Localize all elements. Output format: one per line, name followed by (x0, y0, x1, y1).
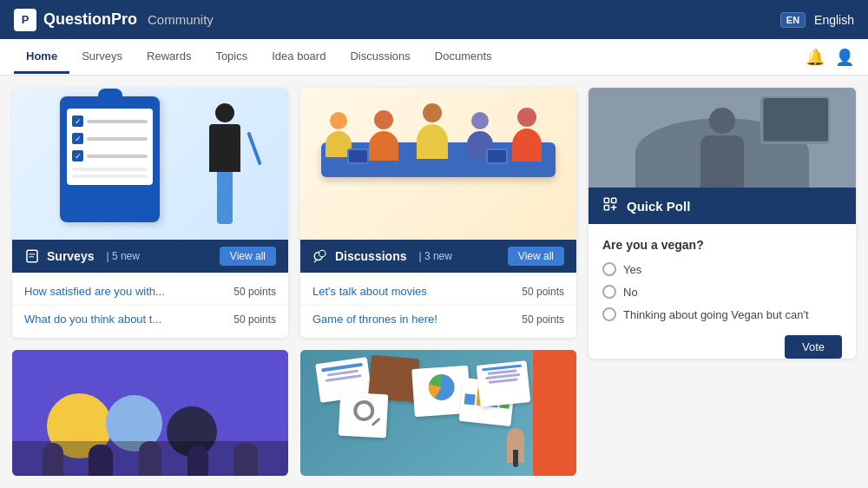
survey-link-1[interactable]: How satisfied are you with... (24, 285, 165, 298)
nav-links: Home Surveys Rewards Topics Idea board D… (14, 41, 504, 74)
survey-item-1: How satisfied are you with... 50 points (12, 278, 288, 306)
logo-box: P (14, 9, 36, 31)
lang-badge: EN (780, 12, 806, 28)
svg-rect-5 (604, 206, 608, 210)
logo-area[interactable]: P QuestionPro Community (14, 9, 214, 31)
poll-option-no-label: No (623, 286, 638, 299)
svg-rect-3 (604, 198, 608, 202)
right-column: Quick Poll Are you a vegan? Yes No Think… (589, 88, 856, 476)
poll-header-icon (602, 196, 618, 215)
nav-bar: Home Surveys Rewards Topics Idea board D… (0, 39, 868, 76)
user-icon[interactable]: 👤 (835, 48, 854, 67)
survey-link-2[interactable]: What do you think about t... (24, 313, 161, 326)
discussions-footer-left: Discussions | 3 new (312, 248, 452, 264)
quick-poll-card: Quick Poll Are you a vegan? Yes No Think… (589, 88, 856, 359)
surveys-illustration: ✓ ✓ ✓ (12, 88, 288, 240)
discussions-new-badge: | 3 new (418, 250, 451, 262)
topics-card[interactable] (12, 350, 288, 476)
community-label: Community (148, 12, 214, 27)
nav-home[interactable]: Home (14, 41, 69, 74)
nav-discussions[interactable]: Discussions (338, 41, 422, 74)
poll-hero (589, 88, 856, 188)
poll-body: Are you a vegan? Yes No Thinking about g… (589, 224, 856, 344)
header-right: EN English (780, 12, 854, 28)
notification-icon[interactable]: 🔔 (806, 48, 825, 67)
discussions-items: Let's talk about movies 50 points Game o… (300, 273, 576, 338)
poll-option-thinking-label: Thinking about going Vegan but can't (623, 308, 809, 321)
nav-rewards[interactable]: Rewards (135, 41, 203, 74)
discussions-illustration (300, 88, 576, 240)
survey-points-2: 50 points (233, 313, 276, 326)
topics-scene (12, 350, 288, 476)
poll-question: Are you a vegan? (602, 238, 842, 252)
surveys-footer-left: Surveys | 5 new (24, 248, 140, 264)
survey-item-2: What do you think about t... 50 points (12, 306, 288, 333)
logo-letter: P (22, 13, 30, 26)
discussion-link-1[interactable]: Let's talk about movies (312, 285, 427, 298)
poll-option-yes: Yes (602, 262, 842, 276)
poll-header: Quick Poll (589, 188, 856, 224)
brand-name: QuestionPro (43, 10, 137, 29)
header: P QuestionPro Community EN English (0, 0, 868, 39)
poll-option-thinking: Thinking about going Vegan but can't (602, 307, 842, 321)
svg-point-2 (319, 250, 326, 257)
left-column: ✓ ✓ ✓ (12, 88, 576, 476)
radio-no[interactable] (602, 285, 616, 299)
surveys-view-all[interactable]: View all (220, 247, 276, 266)
surveys-items: How satisfied are you with... 50 points … (12, 273, 288, 338)
poll-title: Quick Poll (627, 199, 690, 214)
surveys-title: Surveys (47, 249, 94, 263)
lang-label: English (814, 13, 854, 27)
nav-topics[interactable]: Topics (203, 41, 260, 74)
poll-option-no: No (602, 285, 842, 299)
nav-documents[interactable]: Documents (423, 41, 504, 74)
surveys-image: ✓ ✓ ✓ (12, 88, 288, 240)
vote-button[interactable]: Vote (785, 335, 842, 359)
surveys-footer: Surveys | 5 new View all (12, 240, 288, 273)
discussion-link-2[interactable]: Game of thrones in here! (312, 313, 437, 326)
discussion-points-2: 50 points (522, 313, 564, 326)
nav-idea-board[interactable]: Idea board (260, 41, 338, 74)
documents-scene (300, 350, 576, 476)
discussions-image (300, 88, 576, 240)
nav-right-icons: 🔔 👤 (806, 48, 854, 67)
svg-rect-0 (27, 250, 37, 262)
nav-surveys[interactable]: Surveys (69, 41, 135, 74)
discussions-card: Discussions | 3 new View all Let's talk … (300, 88, 576, 338)
surveys-new-badge: | 5 new (106, 250, 139, 262)
documents-card[interactable] (300, 350, 576, 476)
survey-points-1: 50 points (233, 286, 276, 298)
radio-yes[interactable] (602, 262, 616, 276)
radio-thinking[interactable] (602, 307, 616, 321)
discussion-item-1: Let's talk about movies 50 points (300, 278, 576, 306)
poll-option-yes-label: Yes (623, 263, 641, 276)
discussion-points-1: 50 points (522, 286, 564, 298)
discussions-icon (312, 248, 328, 264)
surveys-icon (24, 248, 40, 264)
surveys-card: ✓ ✓ ✓ (12, 88, 288, 338)
discussions-footer: Discussions | 3 new View all (300, 240, 576, 273)
discussions-view-all[interactable]: View all (508, 247, 564, 266)
discussions-title: Discussions (335, 249, 406, 263)
svg-rect-4 (612, 198, 616, 202)
main-content: ✓ ✓ ✓ (0, 76, 868, 488)
discussion-item-2: Game of thrones in here! 50 points (300, 306, 576, 333)
